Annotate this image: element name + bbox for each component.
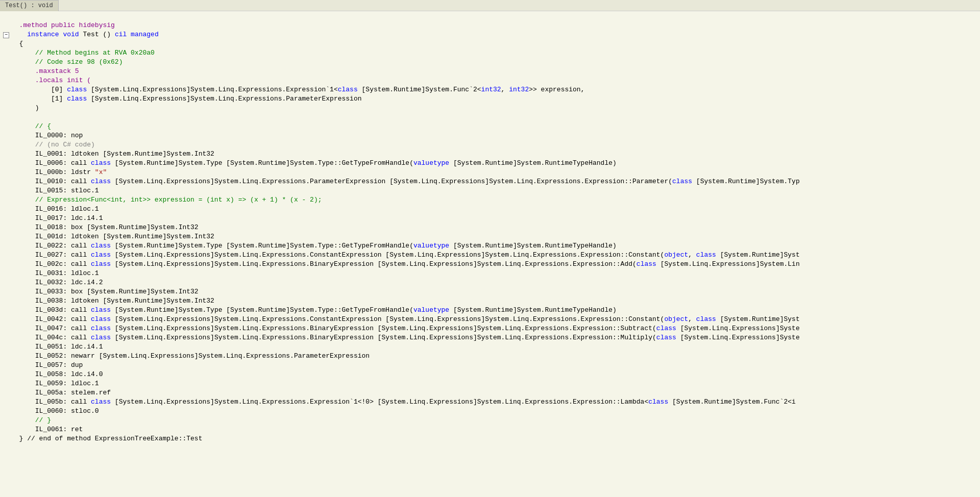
code-token: [System.Linq.Expressions]System.Lin (656, 260, 800, 269)
code-token: [System.Linq.Expressions]System.Linq.Exp… (111, 324, 656, 333)
code-token: valuetype (413, 306, 449, 315)
code-token: // Expression<Func<int, int>> expression… (11, 195, 322, 205)
code-token: IL_000b: ldstr (11, 168, 95, 177)
code-line: // Expression<Func<int, int>> expression… (0, 195, 980, 205)
code-token: [System.Runtime]System.Type [System.Runt… (111, 241, 413, 251)
code-token: valuetype (413, 241, 449, 251)
code-token: class (672, 177, 692, 186)
code-line: IL_0047: call class [System.Linq.Express… (0, 324, 980, 333)
code-line: IL_0057: dup (0, 361, 980, 370)
tab-test[interactable]: Test() : void (0, 0, 59, 11)
code-token: IL_0059: ldloc.1 (11, 379, 99, 388)
code-token: .maxstack 5 (35, 67, 79, 76)
code-line (0, 113, 980, 122)
code-token: IL_0032: ldc.i4.2 (11, 278, 103, 287)
code-line: // { (0, 122, 980, 131)
code-token: [System.Linq.Expressions]System.Linq.Exp… (111, 177, 672, 186)
code-token: [System.Runtime]System.Typ (692, 177, 800, 186)
code-token: class (91, 324, 111, 333)
code-token: IL_0042: call (11, 315, 91, 324)
code-token: [System.Runtime]System.RuntimeTypeHandle… (449, 159, 617, 168)
code-line: IL_0031: ldloc.1 (0, 269, 980, 278)
code-line: IL_0018: box [System.Runtime]System.Int3… (0, 223, 980, 232)
code-token (11, 67, 35, 76)
code-token: IL_0000: nop (11, 131, 83, 140)
code-token (11, 30, 27, 39)
code-token: [0] (11, 85, 67, 94)
code-line: // } (0, 416, 980, 425)
code-token: ) (11, 104, 39, 113)
code-token: [System.Runtime]System.Func`2<i (668, 397, 796, 407)
code-line: IL_0061: ret (0, 425, 980, 434)
code-line: IL_003d: call class [System.Runtime]Syst… (0, 306, 980, 315)
code-line: IL_0058: ldc.i4.0 (0, 370, 980, 379)
code-line: IL_001d: ldtoken [System.Runtime]System.… (0, 232, 980, 241)
code-token: // Method begins at RVA 0x20a0 (11, 48, 155, 58)
code-token: class (67, 94, 87, 104)
code-token: void (63, 30, 79, 39)
code-line: IL_0059: ldloc.1 (0, 379, 980, 388)
code-line: IL_005b: call class [System.Linq.Express… (0, 397, 980, 407)
code-line: IL_000b: ldstr "x" (0, 168, 980, 177)
code-token: IL_0061: ret (11, 425, 83, 434)
code-token: class (67, 85, 87, 94)
code-container: .method public hidebysig− instance void … (0, 11, 980, 497)
code-token: IL_0033: box [System.Runtime]System.Int3… (11, 287, 199, 296)
code-token: IL_0015: stloc.1 (11, 186, 99, 195)
code-line: IL_0042: call class [System.Linq.Express… (0, 315, 980, 324)
code-line: IL_0000: nop (0, 131, 980, 140)
collapse-button[interactable]: − (3, 32, 9, 38)
code-token: [System.Linq.Expressions]System.Linq.Exp… (111, 260, 636, 269)
code-token: [System.Linq.Expressions]System.Linq.Exp… (111, 397, 648, 407)
code-token: class (91, 251, 111, 260)
code-line: // Method begins at RVA 0x20a0 (0, 48, 980, 58)
code-line: IL_0016: ldloc.1 (0, 205, 980, 214)
code-line: IL_005a: stelem.ref (0, 388, 980, 397)
code-token: [System.Runtime]System.Func`2< (358, 85, 481, 94)
code-token: .method public hidebysig (11, 21, 115, 30)
code-line: IL_0033: box [System.Runtime]System.Int3… (0, 287, 980, 296)
code-line: IL_002c: call class [System.Linq.Express… (0, 260, 980, 269)
code-line: IL_0022: call class [System.Runtime]Syst… (0, 241, 980, 251)
code-token: IL_0010: call (11, 177, 91, 186)
code-token: // Code size 98 (0x62) (11, 58, 122, 67)
code-line: // (no C# code) (0, 140, 980, 150)
code-token: [System.Linq.Expressions]System.Linq.Exp… (111, 333, 656, 342)
code-token: >> expression, (529, 85, 584, 94)
code-token: [System.Runtime]System.RuntimeTypeHandle… (449, 241, 617, 251)
code-token: IL_0017: ldc.i4.1 (11, 214, 103, 223)
code-token: class (696, 251, 716, 260)
code-line: [1] class [System.Linq.Expressions]Syste… (0, 94, 980, 104)
code-line: IL_0032: ldc.i4.2 (0, 278, 980, 287)
code-token: [System.Runtime]System.RuntimeTypeHandle… (449, 306, 617, 315)
code-token: [System.Runtime]Syst (716, 315, 800, 324)
code-token: [System.Linq.Expressions]Syste (676, 333, 800, 342)
code-token: object (664, 315, 688, 324)
code-token: class (648, 397, 668, 407)
code-token: "x" (95, 168, 107, 177)
code-token: { (11, 39, 23, 48)
code-token: int32 (509, 85, 529, 94)
tab-label: Test() : void (5, 2, 53, 9)
code-line: − instance void Test () cil managed (0, 30, 980, 39)
code-line: IL_0027: call class [System.Linq.Express… (0, 251, 980, 260)
code-token: , (501, 85, 509, 94)
code-token: // } (11, 416, 51, 425)
code-line: { (0, 39, 980, 48)
code-token: class (91, 306, 111, 315)
code-token: IL_0038: ldtoken [System.Runtime]System.… (11, 296, 214, 306)
code-token: // (no C# code) (11, 140, 95, 150)
code-token: [System.Linq.Expressions]System.Linq.Exp… (87, 85, 337, 94)
code-token: IL_0022: call (11, 241, 91, 251)
code-token: class (91, 241, 111, 251)
code-token: instance (27, 30, 59, 39)
code-token: cil managed (115, 30, 159, 39)
code-token: , (688, 251, 696, 260)
code-token: IL_0060: stloc.0 (11, 407, 99, 416)
code-token: class (636, 260, 656, 269)
code-line: // Code size 98 (0x62) (0, 58, 980, 67)
code-token: class (656, 324, 676, 333)
code-token: IL_0047: call (11, 324, 91, 333)
code-line: ) (0, 104, 980, 113)
code-token: IL_0031: ldloc.1 (11, 269, 99, 278)
